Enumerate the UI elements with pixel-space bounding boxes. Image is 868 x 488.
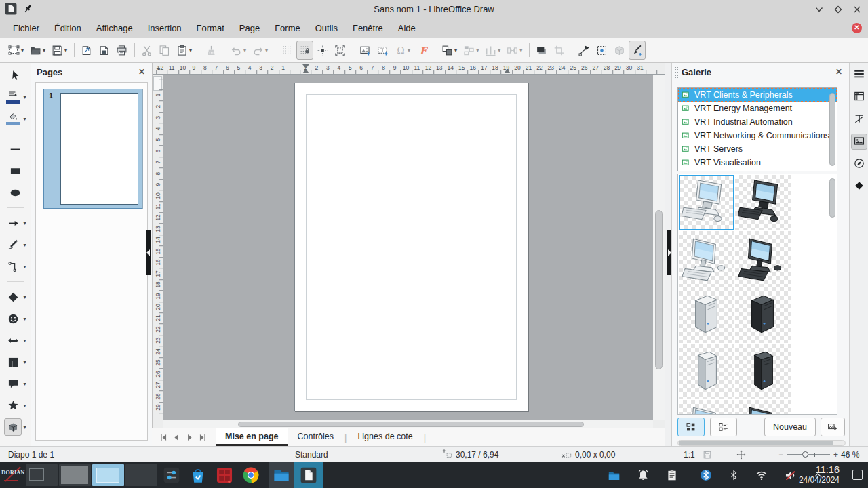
zoom-slider[interactable]: − + bbox=[778, 447, 838, 463]
copy-button[interactable] bbox=[156, 41, 173, 60]
fill-color-tool[interactable]: ▾ bbox=[4, 110, 26, 127]
page-style[interactable]: Standard bbox=[295, 447, 328, 463]
gallery-item-tower-slim-light[interactable] bbox=[679, 344, 734, 399]
line-color-tool[interactable]: ▾ bbox=[4, 88, 26, 106]
select-tool[interactable] bbox=[7, 66, 24, 84]
save-button[interactable]: ▾ bbox=[49, 41, 70, 60]
curves-and-polygons-tool[interactable]: ▾ bbox=[4, 236, 26, 253]
clone-formatting-button[interactable] bbox=[203, 41, 220, 60]
fontwork-button[interactable]: F bbox=[414, 41, 431, 60]
horizontal-ruler[interactable]: + 12111098765432112345678910111213141516… bbox=[153, 63, 665, 75]
print-button[interactable] bbox=[113, 41, 130, 60]
gallery-item-tower-dark[interactable] bbox=[735, 287, 791, 343]
cut-button[interactable] bbox=[138, 41, 155, 60]
next-page-button[interactable] bbox=[183, 431, 196, 443]
show-desktop-button[interactable] bbox=[852, 470, 863, 480]
gallery-category-vrt-energy[interactable]: VRT Energy Management bbox=[678, 102, 837, 115]
close-document-button[interactable]: ✕ bbox=[852, 23, 862, 33]
fill-color-current-color[interactable] bbox=[6, 122, 20, 125]
gallery-item-tower-slim-dark[interactable] bbox=[735, 344, 791, 399]
tray-bell-button[interactable] bbox=[637, 469, 650, 482]
line-color-current-color[interactable] bbox=[6, 100, 20, 104]
dropdown-arrow-icon[interactable]: ▾ bbox=[476, 47, 479, 54]
virtual-desktop-3[interactable] bbox=[92, 464, 124, 486]
tab-controles[interactable]: Contrôles bbox=[288, 428, 344, 446]
tab-mise-en-page[interactable]: Mise en page bbox=[216, 428, 288, 446]
rectangle-tool[interactable] bbox=[7, 162, 24, 180]
tray-clipboard-button[interactable] bbox=[666, 469, 678, 481]
sidebar-character-button[interactable] bbox=[851, 111, 867, 127]
scale-ratio[interactable]: 1:1 bbox=[684, 447, 695, 463]
dropdown-arrow-icon[interactable]: ▾ bbox=[23, 381, 26, 387]
app-pattern-editor-button[interactable] bbox=[216, 466, 233, 484]
ellipse-tool[interactable] bbox=[7, 184, 24, 201]
dropdown-arrow-icon[interactable]: ▾ bbox=[498, 47, 500, 54]
dropdown-arrow-icon[interactable]: ▾ bbox=[23, 242, 26, 248]
dropdown-arrow-icon[interactable]: ▾ bbox=[23, 424, 26, 430]
sidebar-navigator-button[interactable] bbox=[851, 156, 867, 172]
export-button[interactable] bbox=[78, 41, 95, 60]
dropdown-arrow-icon[interactable]: ▾ bbox=[21, 47, 24, 54]
maximize-button[interactable] bbox=[833, 4, 844, 15]
pages-panel-close-icon[interactable]: ✕ bbox=[137, 67, 146, 77]
virtual-desktop-4[interactable] bbox=[125, 464, 157, 486]
arrange-button[interactable]: ▾ bbox=[460, 41, 481, 60]
vertical-scrollbar-thumb[interactable] bbox=[655, 210, 663, 369]
pages-panel-splitter[interactable] bbox=[146, 230, 151, 275]
page-thumbnail[interactable]: 1 bbox=[43, 89, 142, 209]
transformations-button[interactable]: ▾ bbox=[439, 41, 460, 60]
drawing-canvas[interactable] bbox=[163, 75, 653, 420]
close-button[interactable] bbox=[852, 4, 863, 15]
horizontal-scrollbar-thumb[interactable] bbox=[238, 422, 584, 427]
dropdown-arrow-icon[interactable]: ▾ bbox=[64, 47, 67, 54]
dropdown-arrow-icon[interactable]: ▾ bbox=[23, 338, 26, 344]
app-chrome-button[interactable] bbox=[242, 466, 260, 484]
zoom-in-icon[interactable]: + bbox=[833, 450, 838, 460]
gallery-category-vrt-industrial[interactable]: VRT Industrial Automation bbox=[678, 115, 837, 129]
crop-button[interactable] bbox=[551, 41, 568, 60]
menu-fenetre[interactable]: Fenêtre bbox=[345, 20, 391, 36]
gallery-item-flatscreen-computer-dark[interactable] bbox=[735, 231, 791, 287]
gallery-item-tower-light[interactable] bbox=[679, 287, 734, 343]
menu-fichier[interactable]: Fichier bbox=[5, 20, 47, 36]
shadow-button[interactable] bbox=[533, 41, 550, 60]
redo-button[interactable]: ▾ bbox=[250, 41, 271, 60]
connectors-tool[interactable]: ▾ bbox=[4, 258, 26, 275]
lines-and-arrows-tool[interactable]: ▾ bbox=[4, 214, 26, 232]
gallery-thumbnails-scrollbar[interactable] bbox=[829, 177, 835, 411]
menu-affichage[interactable]: Affichage bbox=[89, 20, 140, 36]
document-page[interactable] bbox=[294, 83, 528, 411]
new-drawing-button[interactable]: ▾ bbox=[5, 41, 26, 60]
gallery-list-view-button[interactable] bbox=[710, 418, 737, 436]
menu-insertion[interactable]: Insertion bbox=[140, 20, 189, 36]
gallery-horizontal-scrollbar[interactable] bbox=[677, 440, 846, 446]
export-pdf-button[interactable] bbox=[96, 41, 113, 60]
open-file-button[interactable]: ▾ bbox=[27, 41, 48, 60]
zoom-slider-thumb[interactable] bbox=[802, 451, 808, 458]
canvas-vertical-scrollbar[interactable] bbox=[653, 75, 665, 420]
gallery-item-monitor-set-dark[interactable] bbox=[735, 400, 791, 415]
toggle-3d-button[interactable] bbox=[611, 41, 628, 60]
dropdown-arrow-icon[interactable]: ▾ bbox=[189, 47, 192, 54]
undo-button[interactable]: ▾ bbox=[228, 41, 249, 60]
align-objects-button[interactable]: ▾ bbox=[482, 41, 503, 60]
gallery-item-flatscreen-computer-light[interactable] bbox=[679, 231, 734, 287]
helplines-while-moving-button[interactable] bbox=[314, 41, 331, 60]
insert-image-button[interactable] bbox=[357, 41, 374, 60]
special-character-button[interactable]: Ω▾ bbox=[392, 41, 413, 60]
dropdown-arrow-icon[interactable]: ▾ bbox=[23, 316, 26, 322]
sidebar-properties-button[interactable] bbox=[851, 89, 867, 105]
stars-and-banners-tool[interactable]: ▾ bbox=[4, 396, 26, 414]
distribute-button[interactable]: ▾ bbox=[504, 41, 525, 60]
basic-shapes-tool[interactable]: ▾ bbox=[4, 288, 26, 306]
gallery-item-desktop-computer-light[interactable] bbox=[679, 175, 734, 230]
sidebar-shapes-deck-button[interactable] bbox=[851, 178, 867, 195]
gallery-drag-handle[interactable] bbox=[675, 67, 678, 78]
menu-aide[interactable]: Aide bbox=[391, 20, 423, 36]
menu-edition[interactable]: Édition bbox=[47, 20, 89, 36]
gallery-category-vrt-servers[interactable]: VRT Servers bbox=[678, 142, 837, 156]
virtual-desktop-2[interactable] bbox=[59, 464, 91, 486]
gallery-list-scrollbar[interactable] bbox=[829, 90, 835, 169]
draw-functions-button[interactable] bbox=[629, 41, 646, 60]
gallery-new-theme-button[interactable]: Nouveau bbox=[764, 418, 816, 436]
